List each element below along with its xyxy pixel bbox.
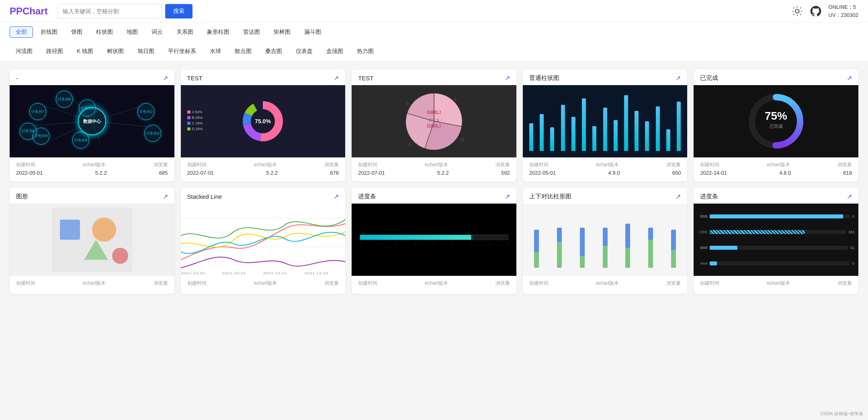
card-5-echart: 4.8.0: [779, 170, 791, 176]
filter-tag-line[interactable]: 折线图: [35, 27, 63, 38]
card-10-header: 进度条 ↗: [694, 188, 858, 204]
card-4-header: 普通柱状图 ↗: [523, 69, 688, 85]
card-5-share-icon[interactable]: ↗: [847, 74, 852, 82]
filter-tag-sunburst[interactable]: 旭日图: [131, 46, 160, 57]
theme-icon[interactable]: [792, 6, 803, 17]
chart-card-5[interactable]: 已完成 ↗: [694, 69, 858, 181]
chart-card-1[interactable]: - ↗ 数据中心 计生办1 计生办2 计生办3 计生办4 计生办5 计生办6 计…: [10, 69, 174, 181]
chart-card-4[interactable]: 普通柱状图 ↗: [523, 69, 688, 181]
card-3-share-icon[interactable]: ↗: [505, 74, 510, 82]
chart-card-7[interactable]: Stacked Line ↗: [181, 188, 346, 294]
filter-tag-funnel[interactable]: 漏斗图: [298, 27, 327, 38]
progress-ticks: | | | | | | | | |: [360, 242, 508, 245]
card-8-share-icon[interactable]: ↗: [505, 193, 510, 200]
card-5-header: 已完成 ↗: [694, 69, 858, 85]
filter-section: 全部 折线图 饼图 柱状图 地图 词云 关系图 象形柱图 雷达图 矩树图 漏斗图…: [0, 22, 868, 61]
card-6-share-icon[interactable]: ↗: [163, 193, 168, 200]
filter-tag-relation[interactable]: 关系图: [170, 27, 199, 38]
card-3-title: TEST: [358, 75, 373, 82]
card-4-share-icon[interactable]: ↗: [676, 74, 681, 82]
hbar-fill-1: [710, 214, 843, 218]
hbar-value-2: 333: [848, 230, 854, 234]
filter-row-1: 全部 折线图 饼图 柱状图 地图 词云 关系图 象形柱图 雷达图 矩树图 漏斗图: [10, 22, 858, 42]
filter-tag-river[interactable]: 河流图: [10, 46, 39, 57]
card-5-meta-values: 2022-14-01 4.8.0 618: [700, 170, 852, 176]
card-9-footer: 创建时间 echart版本 浏览量: [523, 276, 688, 294]
card-1-share-icon[interactable]: ↗: [163, 74, 168, 82]
compare-group-3: [580, 228, 585, 268]
card-1-echart: 5.2.2: [95, 170, 107, 176]
svg-line-3: [793, 7, 794, 8]
card-1-header: - ↗: [10, 69, 174, 85]
filter-tag-parallel[interactable]: 平行坐标系: [162, 46, 202, 57]
filter-tag-treemap[interactable]: 矩树图: [268, 27, 297, 38]
card-1-views-label: 浏览量: [154, 161, 168, 168]
github-icon[interactable]: [809, 5, 822, 18]
card-4-title: 普通柱状图: [529, 74, 559, 82]
chart-card-6[interactable]: 图形 ↗ 创建时间 echart版: [10, 188, 174, 294]
card-2-meta-values: 2022-07-01 5.2.2 676: [187, 170, 339, 176]
shape-visualization: [10, 204, 174, 276]
hbar-row-4: AAA 0: [698, 261, 854, 265]
card-7-share-icon[interactable]: ↗: [334, 193, 339, 200]
chart-card-2[interactable]: TEST ↗ A 52% B 20% C 10% D 10%: [181, 69, 346, 181]
card-3-echart-label: echart版本: [425, 161, 448, 168]
card-7-header: Stacked Line ↗: [181, 188, 346, 204]
filter-tag-tree[interactable]: 树状图: [101, 46, 130, 57]
chart-card-8[interactable]: 进度条 ↗ | | | | |: [352, 188, 516, 294]
progress-container: | | | | | | | | |: [360, 234, 508, 245]
hbar-row-1: BBB 0: [698, 214, 854, 218]
filter-tag-heatmap[interactable]: 热力图: [351, 46, 380, 57]
header: PPChart 搜索 ONLINE：5 UV：230302: [0, 0, 868, 22]
svg-text:75%: 75%: [765, 110, 787, 122]
filter-tag-pie[interactable]: 饼图: [65, 27, 88, 38]
bar-item-10: [624, 95, 628, 151]
card-6-meta-labels: 创建时间 echart版本 浏览量: [16, 280, 168, 287]
filter-tag-bar[interactable]: 柱状图: [90, 27, 119, 38]
main-content: - ↗ 数据中心 计生办1 计生办2 计生办3 计生办4 计生办5 计生办6 计…: [0, 61, 868, 302]
card-6-echart-label: echart版本: [83, 280, 106, 287]
filter-tag-map[interactable]: 地图: [121, 27, 144, 38]
card-10-share-icon[interactable]: ↗: [847, 193, 852, 200]
search-button[interactable]: 搜索: [165, 4, 192, 18]
card-9-views-label: 浏览量: [666, 280, 681, 287]
filter-tag-liquidfill[interactable]: 水球: [204, 46, 227, 57]
card-4-preview: [523, 85, 688, 157]
hbar-track-4: [710, 261, 850, 265]
svg-text:D: D: [406, 102, 409, 106]
card-6-header: 图形 ↗: [10, 188, 174, 204]
svg-text:IT'S A: IT'S A: [429, 118, 440, 123]
logo: PPChart: [10, 6, 48, 17]
filter-tag-path[interactable]: 路径图: [40, 46, 69, 57]
filter-tag-all[interactable]: 全部: [10, 27, 33, 38]
hbar-value-3: 31: [850, 246, 854, 250]
chart-card-3[interactable]: TEST ↗: [352, 69, 516, 181]
chart-card-9[interactable]: 上下对比柱形图 ↗: [523, 188, 688, 294]
card-3-created-label: 创建时间: [358, 161, 377, 168]
filter-tag-gauge[interactable]: 仪表盘: [290, 46, 319, 57]
compare-group-6: [648, 228, 653, 268]
hbar-value-1: 0: [852, 214, 854, 218]
chart-card-10[interactable]: 进度条 ↗ BBB 0 CCC: [694, 188, 858, 294]
card-10-preview: BBB 0 CCC 333 BBB: [694, 204, 858, 276]
card-2-share-icon[interactable]: ↗: [334, 74, 339, 82]
card-6-created-label: 创建时间: [16, 280, 35, 287]
filter-tag-boxplot[interactable]: 盒须图: [320, 46, 349, 57]
pie-visualization: GIRL! IT'S A GIRL! A B C D: [352, 85, 516, 157]
filter-tag-scatter[interactable]: 散点图: [229, 46, 258, 57]
card-9-meta-labels: 创建时间 echart版本 浏览量: [529, 280, 681, 287]
filter-tag-pictogram[interactable]: 象形柱图: [201, 27, 235, 38]
card-9-share-icon[interactable]: ↗: [676, 193, 681, 200]
filter-tag-radar[interactable]: 雷达图: [237, 27, 266, 38]
gauge-svg: 75% 已完成: [744, 89, 808, 153]
card-10-echart-label: echart版本: [767, 280, 790, 287]
filter-tag-kline[interactable]: K 线图: [71, 46, 99, 57]
filter-tag-sankey[interactable]: 桑吉图: [259, 46, 288, 57]
card-3-meta-labels: 创建时间 echart版本 浏览量: [358, 161, 510, 168]
network-center-node: 数据中心: [78, 107, 106, 135]
svg-text:GIRL!: GIRL!: [427, 109, 441, 115]
card-3-footer: 创建时间 echart版本 浏览量 2022-07-01 5.2.2 592: [352, 157, 516, 181]
search-input[interactable]: [57, 4, 162, 18]
card-9-echart-label: echart版本: [596, 280, 619, 287]
filter-tag-wordcloud[interactable]: 词云: [145, 27, 169, 38]
